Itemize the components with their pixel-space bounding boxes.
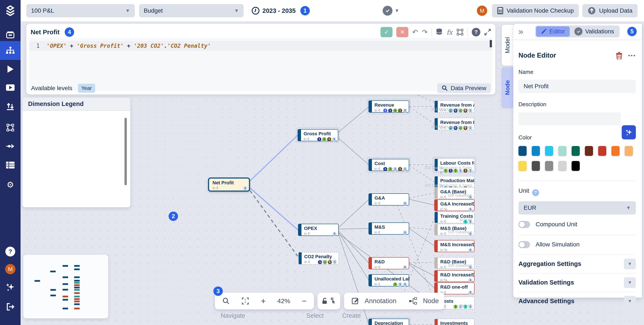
tab-node[interactable]: Node	[502, 67, 513, 108]
settings-section-row[interactable]: Validation Settings▼	[518, 277, 636, 288]
graph-node[interactable]: Unallocated Labour Costs (O…in €111	[368, 274, 409, 287]
color-swatch[interactable]	[545, 161, 553, 171]
color-swatch[interactable]	[532, 146, 540, 156]
graph-node[interactable]: Depreciationin €11	[368, 319, 409, 325]
function-icon[interactable]: fx	[446, 28, 452, 36]
color-swatch[interactable]	[545, 146, 553, 156]
sidebar-item-model[interactable]	[0, 41, 20, 60]
formula-editor-panel: Net Profit 4 ✓ ✕ ↶ ↷ fx ? 1 'OPEX' + 'Gr…	[26, 24, 495, 94]
collapse-panel-icon[interactable]: »	[518, 28, 523, 35]
graph-node[interactable]: R&Din €1	[368, 257, 409, 269]
delete-node-icon[interactable]	[616, 52, 622, 59]
color-swatch[interactable]	[532, 161, 540, 171]
graph-node[interactable]: G&A Increase/Decreasein %1	[434, 199, 474, 211]
settings-section-row[interactable]: Aggregation Settings▼	[518, 259, 636, 269]
graph-node[interactable]: G&A (Base)in €1500 Database	[434, 187, 474, 199]
formula-confirm-button[interactable]: ✓	[380, 27, 392, 37]
sidebar-item-ai-assistant[interactable]	[0, 278, 20, 296]
graph-node[interactable]: Net Profitin €1	[208, 177, 250, 192]
redo-icon[interactable]: ↷	[422, 28, 428, 36]
graph-node[interactable]: CO2 Penaltyin €1211203 CO2	[298, 252, 339, 265]
sidebar-item-logout[interactable]	[0, 298, 20, 316]
graph-node[interactable]: Revenue from Part Salesin €21211201 Afte…	[434, 118, 474, 130]
sidebar-item-flows[interactable]	[0, 137, 20, 155]
graph-node[interactable]: R&D (Base)in €1500 Database	[434, 257, 474, 269]
compound-unit-toggle[interactable]	[518, 221, 530, 228]
search-icon[interactable]	[222, 297, 230, 305]
expand-icon[interactable]	[484, 29, 491, 35]
graph-node[interactable]: Revenue from AS Servicein €21211201 Afte…	[434, 100, 474, 113]
data-preview-button[interactable]: Data Preview	[437, 83, 490, 93]
tab-model[interactable]: Model	[502, 25, 513, 65]
color-swatch[interactable]	[558, 161, 566, 171]
name-input[interactable]	[518, 80, 636, 93]
sidebar-item-presentation[interactable]	[0, 78, 20, 97]
annotation-button[interactable]: Annotation	[365, 297, 396, 305]
graph-node[interactable]: Gross Profitin €1211	[298, 129, 338, 141]
minimap[interactable]	[23, 255, 108, 318]
sidebar-user-avatar[interactable]: M	[0, 260, 20, 278]
color-swatch[interactable]	[518, 161, 526, 171]
graph-node[interactable]: Labour Costs for Productionin €112111202…	[434, 158, 474, 171]
allow-simulation-toggle[interactable]	[518, 241, 530, 248]
formula-expression[interactable]: 'OPEX' + 'Gross Profit' + '203 CO2'.'CO2…	[46, 43, 211, 49]
zoom-in-button[interactable]: +	[261, 297, 266, 305]
lock-icon[interactable]	[321, 297, 328, 305]
graph-node[interactable]: M&S (Base)in €1500 Database	[434, 224, 474, 236]
expand-section-button[interactable]: ▼	[624, 259, 636, 269]
unit-select[interactable]: EUR ▼	[518, 201, 636, 215]
ai-generate-button[interactable]	[622, 125, 636, 139]
graph-node[interactable]: Production Material Costsin €112111202 C…	[434, 176, 474, 189]
scenario-select[interactable]: Budget ▼	[139, 4, 244, 17]
formula-help-icon[interactable]: ?	[472, 28, 480, 36]
tab-validations[interactable]: Validations	[570, 26, 619, 37]
sidebar-item-settings[interactable]: ⚙	[0, 176, 20, 194]
graph-node[interactable]: M&Sin €1	[368, 222, 409, 235]
model-select[interactable]: 100 P&L ▼	[26, 4, 135, 17]
time-range-button[interactable]: 2023 - 2035	[251, 6, 296, 15]
more-options-icon[interactable]: •••	[628, 52, 636, 59]
sidebar-item-help[interactable]: ?	[0, 242, 20, 261]
tab-editor[interactable]: Editor	[536, 26, 570, 37]
formula-scrollbar[interactable]	[490, 40, 492, 47]
expand-section-button[interactable]: ▼	[624, 277, 636, 288]
topbar-avatar[interactable]: M	[477, 5, 487, 16]
description-input[interactable]	[518, 112, 621, 125]
color-swatch[interactable]	[598, 146, 606, 156]
formula-cancel-button[interactable]: ✕	[396, 27, 408, 37]
node-create-button[interactable]: Node	[423, 297, 439, 305]
graph-node[interactable]: Investmentsin €11	[434, 319, 474, 325]
fit-view-icon[interactable]	[242, 297, 249, 305]
upload-data-button[interactable]: Upload Data	[582, 4, 638, 17]
unit-help-icon[interactable]: ?	[532, 189, 539, 196]
color-swatch[interactable]	[572, 161, 580, 171]
graph-node[interactable]: M&S Increase/Decreasein %1	[434, 240, 474, 252]
settings-section-row[interactable]: Advanced Settings▼	[518, 296, 636, 307]
frame-icon[interactable]	[456, 28, 464, 36]
color-swatch[interactable]	[572, 146, 580, 156]
graph-node[interactable]: OPEXin €1	[298, 224, 339, 236]
validation-node-checkup-button[interactable]: Validation Node Checkup	[492, 4, 579, 17]
color-swatch[interactable]	[558, 146, 566, 156]
zoom-level[interactable]: 42%	[277, 297, 290, 305]
graph-node[interactable]: G&Ain €1	[368, 193, 409, 206]
legend-scrollbar[interactable]	[124, 118, 127, 185]
zoom-out-button[interactable]: −	[302, 297, 306, 305]
graph-node[interactable]: R&D Increase/Decreasein %1	[434, 270, 474, 282]
node-select-cursor-icon[interactable]	[330, 297, 336, 305]
expand-section-button[interactable]: ▼	[624, 296, 636, 307]
sidebar-item-simulation[interactable]	[0, 60, 20, 78]
undo-icon[interactable]: ↶	[412, 28, 418, 36]
graph-node[interactable]: Revenuein €11211	[368, 100, 409, 113]
scenario-status-dropdown[interactable]: ▼	[383, 6, 399, 16]
sidebar-item-import-export[interactable]	[0, 97, 20, 116]
color-swatch[interactable]	[612, 146, 620, 156]
graph-node[interactable]: Training Costsin €21302 HR	[434, 212, 474, 223]
color-swatch[interactable]	[585, 146, 593, 156]
graph-node[interactable]: Costin €12111	[368, 159, 409, 171]
color-swatch[interactable]	[518, 146, 526, 156]
database-icon[interactable]	[436, 28, 442, 36]
color-swatch[interactable]	[625, 146, 633, 156]
sidebar-item-tables[interactable]	[0, 156, 20, 174]
sidebar-item-transform[interactable]	[0, 118, 20, 137]
